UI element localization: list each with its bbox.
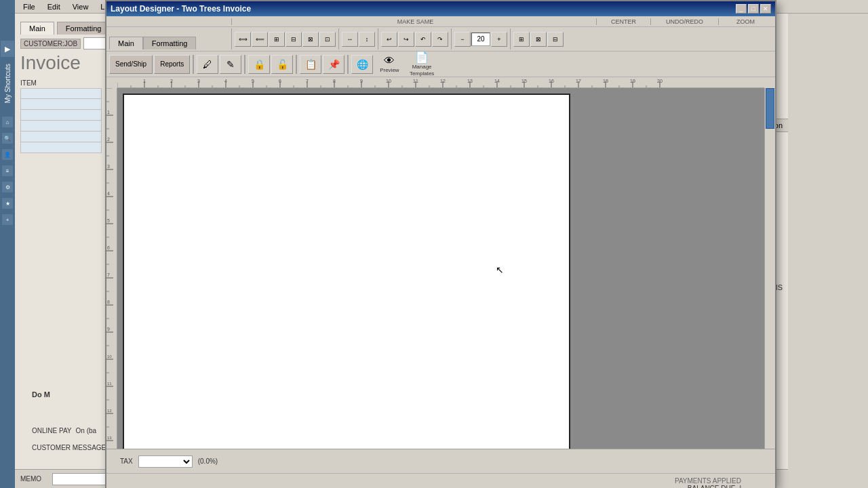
payments-row: PAYMENTS APPLIED bbox=[120, 477, 762, 485]
toolbar-btn-4[interactable]: 🔓 bbox=[271, 55, 293, 74]
extra-icon-2[interactable]: ⊠ bbox=[530, 32, 547, 47]
sidebar-icons: ⌂ 🔍 👤 ≡ ⚙ ★ + bbox=[2, 117, 13, 225]
scrollbar-thumb[interactable] bbox=[766, 88, 774, 129]
tab-formatting[interactable]: Formatting bbox=[143, 37, 197, 49]
svg-text:5: 5 bbox=[252, 79, 254, 83]
center-v-icon[interactable]: ↕ bbox=[359, 32, 375, 47]
invoice-tab-main[interactable]: Main bbox=[20, 22, 54, 35]
make-same-size-icon[interactable]: ⊞ bbox=[269, 32, 285, 47]
preview-button[interactable]: 👁 Preview bbox=[380, 55, 399, 73]
extra-icon-1[interactable]: ⊞ bbox=[513, 32, 530, 47]
customer-message-label: CUSTOMER MESSAGE bbox=[32, 444, 106, 451]
undo-redo-label: UNDO/REDO bbox=[650, 18, 718, 25]
zoom-out-icon[interactable]: − bbox=[454, 32, 471, 47]
dialog-titlebar: Layout Designer - Two Trees Invoice _ □ … bbox=[106, 1, 775, 16]
canvas-scroll-area[interactable]: ↖ bbox=[117, 88, 764, 449]
toolbar-btn-7[interactable]: 🌐 bbox=[351, 55, 373, 74]
svg-text:15: 15 bbox=[521, 79, 527, 83]
toolbar-btn-6[interactable]: 📌 bbox=[323, 55, 344, 74]
toolbar-btn-2-icon: ✎ bbox=[226, 60, 235, 69]
svg-text:9: 9 bbox=[360, 79, 363, 83]
invoice-tab-formatting[interactable]: Formatting bbox=[57, 22, 111, 35]
sidebar-toggle[interactable]: ▶ bbox=[1, 41, 14, 57]
tab-main[interactable]: Main bbox=[109, 37, 143, 49]
separator-2 bbox=[244, 55, 245, 74]
toolbar-btn-1[interactable]: 🖊 bbox=[197, 55, 218, 74]
horizontal-ruler: // ruler ticks drawn via SVG 1 2 3 4 5 bbox=[117, 77, 764, 88]
svg-text:5: 5 bbox=[107, 218, 110, 223]
dialog-info-bottom: TAX (0.0%) bbox=[106, 449, 775, 473]
redo-icon[interactable]: ↪ bbox=[398, 32, 414, 47]
sidebar-icon-7[interactable]: + bbox=[2, 214, 13, 225]
sidebar-icon-4[interactable]: ≡ bbox=[2, 165, 13, 176]
manage-templates-label: Manage Templates bbox=[403, 64, 441, 77]
menu-view[interactable]: View bbox=[67, 1, 94, 12]
manage-templates-button[interactable]: 📄 Manage Templates bbox=[403, 51, 441, 77]
customer-job-label: CUSTOMER:JOB bbox=[20, 39, 81, 49]
reports-button[interactable]: Reports bbox=[154, 55, 190, 74]
toolbar-btn-3[interactable]: 🔒 bbox=[248, 55, 270, 74]
minimize-button[interactable]: _ bbox=[736, 4, 747, 14]
payments-balance-area: PAYMENTS APPLIED BALANCE DUE | bbox=[106, 473, 775, 488]
restore-button[interactable]: □ bbox=[748, 4, 759, 14]
make-same-right-icon[interactable]: ⊠ bbox=[302, 32, 319, 47]
undo-icon[interactable]: ↩ bbox=[381, 32, 397, 47]
svg-text:16: 16 bbox=[549, 79, 554, 83]
menu-file[interactable]: File bbox=[18, 1, 41, 12]
memo-label: MEMO bbox=[20, 475, 41, 483]
svg-text:2: 2 bbox=[170, 79, 173, 83]
dialog-title: Layout Designer - Two Trees Invoice bbox=[111, 4, 251, 14]
titlebar-controls: _ □ ✕ bbox=[736, 4, 771, 14]
v-ruler-svg: 1 2 3 4 5 6 7 8 bbox=[106, 88, 117, 449]
item-row-6 bbox=[20, 142, 102, 153]
manage-templates-icon: 📄 bbox=[415, 51, 429, 64]
toolbar-btn-5[interactable]: 📋 bbox=[300, 55, 321, 74]
left-sidebar: ▶ My Shortcuts ⌂ 🔍 👤 ≡ ⚙ ★ + bbox=[0, 0, 15, 488]
sidebar-icon-5[interactable]: ⚙ bbox=[2, 182, 13, 192]
svg-text:17: 17 bbox=[576, 79, 581, 83]
undo-redo-icons: ↩ ↪ ↶ ↷ bbox=[378, 28, 451, 49]
preview-icon: 👁 bbox=[384, 55, 395, 67]
item-row-4 bbox=[20, 121, 102, 131]
make-same-top-icon[interactable]: ⊡ bbox=[319, 32, 336, 47]
h-ruler-svg: // ruler ticks drawn via SVG 1 2 3 4 5 bbox=[117, 77, 764, 88]
close-button[interactable]: ✕ bbox=[760, 4, 771, 14]
sidebar-icon-1[interactable]: ⌂ bbox=[2, 117, 13, 127]
online-pay-label: ONLINE PAY bbox=[32, 427, 72, 434]
svg-text:4: 4 bbox=[107, 191, 110, 196]
sidebar-icon-2[interactable]: 🔍 bbox=[2, 133, 13, 144]
toolbar-btn-7-icon: 🌐 bbox=[357, 60, 368, 69]
extra-icon-3[interactable]: ⊟ bbox=[547, 32, 564, 47]
online-pay-section: ONLINE PAY On (ba bbox=[32, 427, 96, 434]
tax-select[interactable] bbox=[138, 455, 193, 468]
menu-edit[interactable]: Edit bbox=[42, 1, 66, 12]
svg-text:7: 7 bbox=[107, 272, 110, 277]
toolbar-btn-3-icon: 🔒 bbox=[254, 60, 265, 69]
balance-row: BALANCE DUE | bbox=[120, 485, 762, 489]
center-h-icon[interactable]: ↔ bbox=[342, 32, 358, 47]
sidebar-icon-3[interactable]: 👤 bbox=[2, 149, 13, 160]
extra-icons: ⊞ ⊠ ⊟ bbox=[510, 28, 566, 49]
svg-text:13: 13 bbox=[467, 79, 473, 83]
svg-text:11: 11 bbox=[413, 79, 418, 83]
toolbar-btn-5-icon: 📋 bbox=[305, 60, 317, 69]
sidebar-icon-6[interactable]: ★ bbox=[2, 198, 13, 209]
item-row-5 bbox=[20, 131, 102, 142]
canvas-paper[interactable] bbox=[123, 94, 570, 449]
send-ship-button[interactable]: Send/Ship bbox=[109, 55, 153, 74]
payments-label: PAYMENTS APPLIED bbox=[675, 477, 741, 485]
undo2-icon[interactable]: ↶ bbox=[415, 32, 431, 47]
redo2-icon[interactable]: ↷ bbox=[432, 32, 448, 47]
canvas-area: // ruler ticks drawn via SVG 1 2 3 4 5 bbox=[106, 77, 775, 449]
make-same-height-icon[interactable]: ⟸ bbox=[252, 32, 268, 47]
zoom-in-icon[interactable]: + bbox=[491, 32, 507, 47]
make-same-left-icon[interactable]: ⊟ bbox=[285, 32, 302, 47]
toolbar-btn-2[interactable]: ✎ bbox=[220, 55, 241, 74]
balance-separator: | bbox=[739, 485, 741, 489]
svg-text:6: 6 bbox=[279, 79, 281, 83]
make-same-width-icon[interactable]: ⟺ bbox=[235, 32, 251, 47]
right-scrollbar[interactable] bbox=[764, 88, 775, 449]
preview-label: Preview bbox=[380, 67, 399, 73]
zoom-value[interactable]: 20 bbox=[471, 33, 490, 46]
svg-text:1: 1 bbox=[107, 110, 110, 115]
